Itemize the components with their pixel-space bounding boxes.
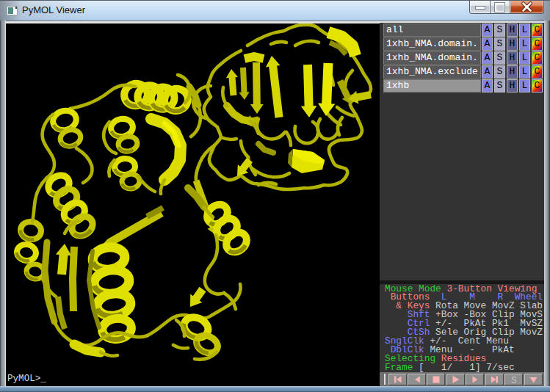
svg-text:S: S bbox=[511, 374, 517, 385]
